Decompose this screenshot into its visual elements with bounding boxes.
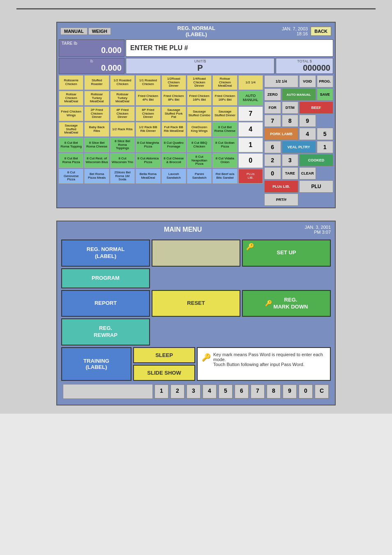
void-button[interactable]: VOID (299, 75, 316, 88)
plu-cell[interactable]: Baby Back Ribs (84, 122, 109, 137)
slideshow-button[interactable]: SLIDE SHOW (133, 365, 195, 381)
plu-cell[interactable]: 8 Cut Rest. of Wisconsin Blus (84, 153, 109, 168)
plu-cell[interactable]: 8 Cut Cheese & Broccoli (161, 153, 186, 168)
program-button[interactable]: PROGRAM (61, 268, 150, 288)
plu-cell[interactable]: 2Slices Bel Roma 1M Soda (110, 169, 135, 184)
numpad-4[interactable]: 4 (202, 384, 217, 399)
num5-button[interactable]: 5 (317, 128, 334, 140)
plu-cell[interactable]: 1/2Roast Chicken Dinner (161, 75, 186, 90)
plu-cell[interactable]: 8 Cut Neapolitan Pizza (187, 153, 212, 168)
for-button[interactable]: FOR (264, 101, 281, 114)
num2-button[interactable]: 2 (264, 154, 281, 166)
plu-cell[interactable]: 8 Cut Wisconsin Trio (110, 153, 135, 168)
plu-cell[interactable]: Fried Chicken 16Pc Bkt (212, 91, 237, 106)
zero-button[interactable]: ZERO (264, 88, 281, 101)
plu-cell[interactable]: Sausage Stuffed Pork Pat (161, 106, 186, 121)
cooked-button[interactable]: COOKED (299, 154, 333, 166)
sleep-button[interactable]: SLEEP (133, 347, 195, 363)
num3-button[interactable]: 3 (282, 154, 299, 166)
plu-cell[interactable]: 1/2 Rack Ribs (110, 122, 135, 137)
dtim-button[interactable]: DT/M (282, 101, 299, 114)
prog-button[interactable]: PROG. (317, 75, 334, 88)
numpad-1[interactable]: 1 (154, 384, 169, 399)
plu-cell[interactable]: Fried Chicken 4Pc Bkt (136, 91, 160, 106)
plu-cell[interactable]: 8 Cut Genovese Pizza (59, 169, 83, 184)
plu-cell[interactable]: 8P Fried Chicken Dinner (136, 106, 160, 121)
plu-cell[interactable]: 8 Slice Bel Roma Toppings (110, 138, 135, 152)
numpad-9[interactable]: 9 (282, 384, 297, 399)
plu-cell[interactable]: Bel Roma Pizza Meals (84, 169, 109, 184)
plus-lib-cell[interactable]: PLUsLIB. (238, 169, 263, 184)
numpad-8[interactable]: 8 (266, 384, 281, 399)
report-button[interactable]: REPORT (61, 290, 150, 317)
reg-mark-down-button[interactable]: 🔑 REG. MARK DOWN (242, 290, 331, 317)
plu-cell[interactable]: Rotisserie Chicken (59, 75, 83, 90)
plu-cell[interactable]: 8 Cut Quattro Fromage (161, 138, 186, 152)
numpad-3[interactable]: 3 (186, 384, 201, 399)
plu-cell[interactable]: OneDozen King Wings (187, 122, 212, 137)
num4-button[interactable]: 4 (299, 128, 316, 140)
plu-cell[interactable]: Panini Sandwich (187, 169, 212, 184)
plu-cell[interactable]: Sausage Stuffed MealDeal (59, 122, 83, 137)
numpad-6[interactable]: 6 (234, 384, 249, 399)
plu-cell[interactable]: 8 Cut Marghrta Pizza (136, 138, 160, 152)
plu-cell[interactable]: 1/2 Rack BB Rib Dinner (136, 122, 160, 137)
plu-cell[interactable]: Full Rack BB Rib MealDeal (161, 122, 186, 137)
plu-cell[interactable]: Fried Chicken 8Pc Bkt (161, 91, 186, 106)
plu-cell[interactable]: 1/2 Roasted Chicken (110, 75, 135, 90)
num9-button[interactable]: 9 (299, 115, 316, 127)
plu-cell[interactable]: Stuffed Roaster (84, 75, 109, 90)
set-up-button[interactable]: 🔑 SET UP (242, 240, 331, 267)
plu-cell[interactable]: Fried Chicken Wings (59, 106, 83, 121)
reg-rewrap-button[interactable]: REG. REWRAP (61, 318, 150, 345)
num6-button[interactable]: 6 (264, 141, 281, 153)
plu-cell-0[interactable]: 0 (238, 153, 263, 168)
plu-cell-7[interactable]: 7 (238, 106, 263, 121)
plu-cell[interactable]: Lavosh Sandwich (161, 169, 186, 184)
plu-cell[interactable]: 1/4Roast Chicken Dinner (187, 75, 212, 90)
beef-button[interactable]: BEEF (299, 101, 333, 114)
numpad-0[interactable]: 0 (298, 384, 313, 399)
back-button[interactable]: BACK (310, 26, 332, 36)
plu-cell-4[interactable]: 4 (238, 122, 263, 137)
pork-lamb-button[interactable]: PORK LAMB (264, 128, 298, 140)
numpad-2[interactable]: 2 (170, 384, 185, 399)
plu-cell[interactable]: Bella Roma MealDeal (136, 169, 160, 184)
plu-cell-1[interactable]: 1 (238, 138, 263, 152)
numpad-7[interactable]: 7 (250, 384, 265, 399)
clear-button[interactable]: CLEAR (299, 167, 316, 180)
veal-pltry-button[interactable]: VEAL PLTRY (282, 141, 316, 153)
manual-mode-button[interactable]: MANUAL (60, 28, 88, 35)
plu-cell[interactable]: 8 Cut Aldonica Pizza (136, 153, 160, 168)
plu-cell-auto-manual[interactable]: AUTOMANUAL (238, 91, 263, 106)
num1-button[interactable]: 1 (317, 141, 334, 153)
plu-cell[interactable]: Rotissar Turkey MealDeal (110, 91, 135, 106)
weigh-mode-button[interactable]: WEIGH (88, 28, 111, 35)
num7-button[interactable]: 7 (264, 115, 281, 127)
auto-manual-button[interactable]: AUTO MANUAL (282, 88, 316, 101)
plu-button[interactable]: PLU (299, 180, 333, 193)
plu-cell[interactable]: 8 Cut Bel Roma Topping (59, 138, 83, 152)
training-button[interactable]: TRAINING (LABEL) (61, 347, 131, 381)
reset-button[interactable]: RESET (152, 290, 240, 317)
plu-cell[interactable]: 1/1 Roasted Chicken (136, 75, 160, 90)
plu-cell[interactable]: Rotisar Chicken MealDeal (59, 91, 83, 106)
tare-button[interactable]: TARE (282, 167, 299, 180)
plu-cell[interactable]: 8 Cut BBQ Chicken (187, 138, 212, 152)
plu-cell[interactable]: 1/2 1/4 (238, 75, 263, 90)
plu-prompt[interactable]: ENTER THE PLU # (126, 39, 333, 57)
plu-cell[interactable]: Sausage Stuffed Dinner (212, 106, 237, 121)
plu-cell[interactable]: Rotissar Turkey MealDeal (84, 91, 109, 106)
plu-cell[interactable]: Sausage Stuffed Combo (187, 106, 212, 121)
plu-cell[interactable]: 8 Slice Bel Roma Cheese (84, 138, 109, 152)
half-14-button[interactable]: 1/2 1/4 (264, 75, 298, 88)
plu-cell[interactable]: 8 Cut Bel Roma Cheese (212, 122, 237, 137)
num0-button[interactable]: 0 (264, 167, 281, 180)
num8-button[interactable]: 8 (282, 115, 299, 127)
plu-cell[interactable]: 4P Fried Chicken Dinner (110, 106, 135, 121)
numpad-c[interactable]: C (314, 384, 329, 399)
plu-cell[interactable]: Rotisar Chicken MealDeal (212, 75, 237, 90)
plu-cell[interactable]: 8 Cut Sicilian Pizza (212, 138, 237, 152)
plu-cell[interactable]: Fried Chicken 16Pc Bkt (187, 91, 212, 106)
plus-lib-button[interactable]: PLUs LIB. (264, 180, 298, 193)
